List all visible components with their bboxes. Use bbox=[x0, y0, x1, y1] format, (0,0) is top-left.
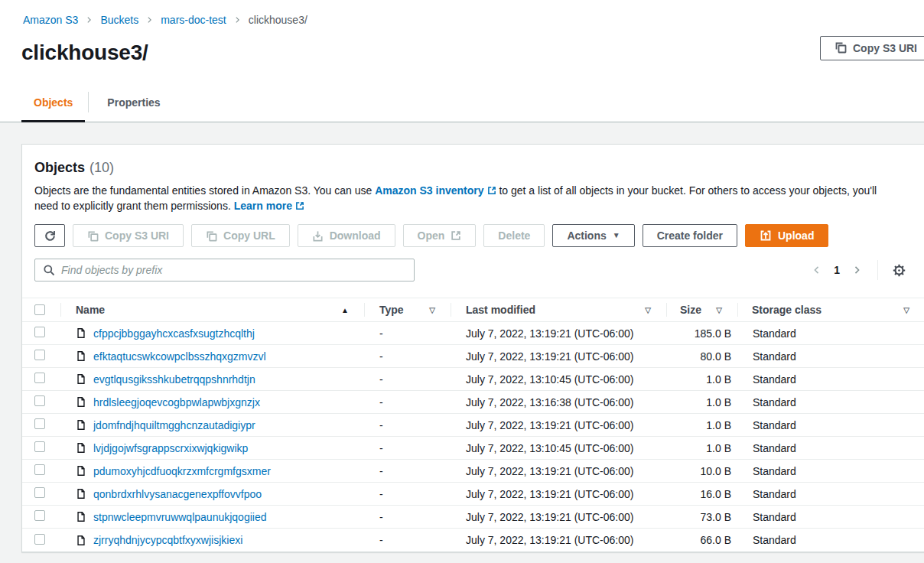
cell-last-modified: July 7, 2022, 13:19:21 (UTC-06:00) bbox=[451, 488, 666, 500]
file-icon bbox=[76, 396, 86, 408]
cell-size: 10.0 B bbox=[666, 465, 737, 477]
row-checkbox[interactable] bbox=[34, 487, 45, 498]
actions-dropdown-button[interactable]: Actions ▼ bbox=[552, 224, 634, 247]
cell-type: - bbox=[364, 465, 451, 477]
breadcrumb-link-bucket[interactable]: mars-doc-test bbox=[161, 12, 226, 28]
row-checkbox[interactable] bbox=[34, 464, 45, 475]
row-checkbox-cell bbox=[22, 487, 60, 500]
cell-type: - bbox=[364, 534, 451, 546]
file-icon bbox=[76, 488, 86, 500]
file-icon bbox=[76, 373, 86, 385]
cell-size: 1.0 B bbox=[666, 396, 737, 408]
file-icon bbox=[76, 442, 86, 454]
create-folder-button[interactable]: Create folder bbox=[643, 224, 737, 247]
column-header-storage-class[interactable]: Storage class ▽ bbox=[737, 298, 924, 321]
external-link-icon bbox=[295, 201, 304, 210]
object-name-link[interactable]: stpnwcleepmvruwwqlpaunukjqogiied bbox=[93, 511, 266, 523]
table-row: lvjdjgojwfsgrappscrxixwjqkigwikp - July … bbox=[22, 437, 924, 460]
table-row: jdomfndjhquiltmgghcnzautadigiypr - July … bbox=[22, 414, 924, 437]
panel-title-row: Objects (10) bbox=[34, 159, 919, 176]
row-checkbox[interactable] bbox=[34, 510, 45, 521]
cell-last-modified: July 7, 2022, 13:19:21 (UTC-06:00) bbox=[451, 327, 666, 340]
download-button: Download bbox=[298, 224, 395, 247]
cell-storage-class: Standard bbox=[737, 534, 924, 546]
cell-last-modified: July 7, 2022, 13:10:45 (UTC-06:00) bbox=[451, 373, 666, 386]
breadcrumb-link-amazon-s3[interactable]: Amazon S3 bbox=[23, 12, 78, 28]
file-icon bbox=[76, 535, 86, 546]
panel-description: Objects are the fundamental entities sto… bbox=[34, 183, 900, 213]
copy-s3-uri-header-button[interactable]: Copy S3 URI bbox=[820, 36, 924, 60]
object-name-link[interactable]: lvjdjgojwfsgrappscrxixwjqkigwikp bbox=[93, 442, 248, 454]
row-checkbox[interactable] bbox=[34, 418, 45, 429]
file-icon bbox=[76, 350, 86, 362]
object-name-link[interactable]: jdomfndjhquiltmgghcnzautadigiypr bbox=[93, 419, 255, 431]
row-checkbox-cell bbox=[22, 373, 60, 386]
title-row: clickhouse3/ bbox=[21, 40, 924, 66]
learn-more-link[interactable]: Learn more bbox=[234, 200, 304, 212]
row-checkbox[interactable] bbox=[34, 350, 45, 360]
file-icon bbox=[76, 465, 86, 477]
object-name-link[interactable]: cfppcjbbggayhcxcasfxsugtzhcqlthj bbox=[93, 327, 255, 340]
table-row: zjrryqhdnjycypcqbtfxyxwjisjkiexi - July … bbox=[22, 529, 924, 552]
next-page-button[interactable] bbox=[851, 262, 864, 278]
gear-icon bbox=[892, 263, 906, 278]
object-name-link[interactable]: evgtlqusgiksshkubetrqqpshnrhdtjn bbox=[93, 373, 255, 386]
tab-objects-label: Objects bbox=[34, 96, 73, 109]
content-area: Objects (10) Objects are the fundamental… bbox=[0, 122, 924, 563]
object-name-link[interactable]: efktaqtucswkcowpclbsszhqxgzmvzvl bbox=[93, 350, 266, 363]
search-input[interactable] bbox=[35, 259, 414, 281]
row-checkbox[interactable] bbox=[34, 441, 45, 452]
object-name-link[interactable]: qonbrdxrhlvysanacgenexpffovvfpoo bbox=[93, 488, 262, 500]
cell-type: - bbox=[364, 511, 451, 523]
current-page-number[interactable]: 1 bbox=[834, 264, 840, 276]
object-name-cell: efktaqtucswkcowpclbsszhqxgzmvzvl bbox=[60, 350, 364, 363]
preferences-button[interactable] bbox=[892, 263, 906, 278]
object-name-cell: jdomfndjhquiltmgghcnzautadigiypr bbox=[60, 419, 364, 431]
select-all-checkbox[interactable] bbox=[34, 304, 45, 315]
column-header-size[interactable]: Size ▽ bbox=[666, 298, 737, 321]
object-name-cell: lvjdjgojwfsgrappscrxixwjqkigwikp bbox=[60, 442, 364, 454]
column-header-type[interactable]: Type ▽ bbox=[364, 298, 451, 321]
panel-header: Objects (10) Objects are the fundamental… bbox=[22, 145, 924, 213]
table-header-row: Name ▲ Type ▽ Last modified ▽ Size ▽ bbox=[22, 298, 924, 322]
toolbar: Copy S3 URI Copy URL Download Open Delet… bbox=[34, 224, 919, 247]
cell-size: 80.0 B bbox=[666, 350, 737, 363]
refresh-button[interactable] bbox=[34, 224, 65, 247]
cell-type: - bbox=[364, 396, 451, 408]
object-name-cell: zjrryqhdnjycypcqbtfxyxwjisjkiexi bbox=[60, 534, 364, 546]
object-name-link[interactable]: zjrryqhdnjycypcqbtfxyxwjisjkiexi bbox=[93, 534, 242, 546]
object-name-link[interactable]: pdumoxyhjcdfuoqkrzxmfcrgmfgsxmer bbox=[93, 465, 271, 477]
cell-storage-class: Standard bbox=[737, 511, 924, 523]
copy-s3-uri-label: Copy S3 URI bbox=[853, 42, 917, 54]
upload-icon bbox=[760, 229, 772, 242]
cell-last-modified: July 7, 2022, 13:19:21 (UTC-06:00) bbox=[451, 419, 666, 431]
row-checkbox[interactable] bbox=[34, 395, 45, 406]
row-checkbox-cell bbox=[22, 510, 60, 523]
row-checkbox[interactable] bbox=[34, 373, 45, 383]
column-header-last-modified[interactable]: Last modified ▽ bbox=[451, 298, 666, 321]
breadcrumb: Amazon S3 Buckets mars-doc-test clickhou… bbox=[0, 0, 924, 28]
tab-divider bbox=[88, 92, 89, 112]
pagination-divider bbox=[877, 260, 878, 280]
upload-button[interactable]: Upload bbox=[745, 224, 828, 247]
file-icon bbox=[76, 327, 86, 339]
download-icon bbox=[312, 230, 324, 242]
object-name-cell: evgtlqusgiksshkubetrqqpshnrhdtjn bbox=[60, 373, 364, 386]
row-checkbox[interactable] bbox=[34, 327, 45, 337]
object-name-link[interactable]: hrdlsleegjoqevcogbpwlapwbjxgnzjx bbox=[93, 396, 260, 408]
cell-type: - bbox=[364, 442, 451, 454]
table-row: efktaqtucswkcowpclbsszhqxgzmvzvl - July … bbox=[22, 345, 924, 368]
amazon-s3-inventory-link[interactable]: Amazon S3 inventory bbox=[375, 184, 496, 197]
tab-objects[interactable]: Objects bbox=[21, 80, 85, 122]
object-count: (10) bbox=[89, 159, 114, 176]
column-header-name[interactable]: Name ▲ bbox=[60, 298, 364, 321]
previous-page-button[interactable] bbox=[810, 262, 823, 278]
cell-last-modified: July 7, 2022, 13:10:45 (UTC-06:00) bbox=[451, 442, 666, 454]
row-checkbox[interactable] bbox=[34, 534, 45, 545]
chevron-right-icon bbox=[234, 15, 241, 24]
tab-properties[interactable]: Properties bbox=[92, 80, 175, 122]
breadcrumb-link-buckets[interactable]: Buckets bbox=[100, 12, 138, 28]
object-name-cell: stpnwcleepmvruwwqlpaunukjqogiied bbox=[60, 511, 364, 523]
page-title: clickhouse3/ bbox=[21, 40, 924, 66]
sort-icon: ▽ bbox=[903, 306, 924, 314]
